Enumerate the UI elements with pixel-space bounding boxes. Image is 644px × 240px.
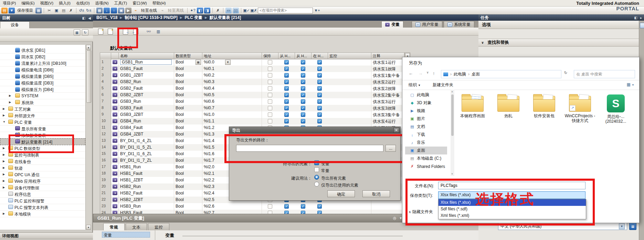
data-type-cell[interactable]: Bool <box>174 170 202 177</box>
accessible-from-hmi-checkbox[interactable]: ✓ <box>284 86 289 91</box>
menu-item[interactable]: 帮助(H) <box>150 0 169 6</box>
constants-checkbox[interactable] <box>314 167 319 172</box>
writable-from-hmi-checkbox[interactable]: ✓ <box>301 67 305 71</box>
data-type-cell[interactable]: Bool <box>174 111 202 118</box>
split-horizontal-icon[interactable]: ▭ <box>225 8 232 13</box>
forward-icon[interactable]: → <box>418 71 423 76</box>
data-type-cell[interactable]: Bool <box>174 85 202 92</box>
tags-checkbox[interactable]: ✓ <box>314 160 319 165</box>
data-type-cell[interactable]: Bool <box>174 190 202 197</box>
table-row[interactable]: 1◂GSB1_RunBool▦%I0.0▼✓✓✓供水泵1运行 <box>100 59 404 66</box>
tag-name-cell[interactable]: GSB2_Run <box>119 79 174 85</box>
writable-from-hmi-checkbox[interactable]: ✓ <box>301 106 305 110</box>
column-header[interactable] <box>100 53 111 59</box>
tree-item[interactable]: ▶设备代理数据 <box>0 184 85 191</box>
tree-item[interactable]: ▶PLC 数据类型 <box>0 145 85 152</box>
expand-arrow-icon[interactable]: ▶ <box>3 179 5 182</box>
tree-item[interactable]: ✶添加新变量表 <box>0 132 85 139</box>
tag-name-cell[interactable]: HSB3_Run <box>119 203 174 210</box>
breadcrumb-this-pc[interactable]: 此电脑 <box>454 71 466 77</box>
writable-from-hmi-checkbox[interactable]: ✓ <box>301 112 305 117</box>
scroll-down-icon[interactable]: ▼ <box>86 225 91 230</box>
tag-name-cell[interactable]: GSB4_JZBT <box>119 131 174 138</box>
tag-name-cell[interactable]: BY_DI1_I1_4_ZL <box>119 138 174 144</box>
address-cell[interactable]: %I0.0▼ <box>202 59 262 66</box>
tab-user-constants[interactable]: =用户常量 <box>412 21 442 28</box>
tree-item[interactable]: 回水泵 [DB2] <box>0 53 85 60</box>
go-offline-icon[interactable]: ⌁ <box>159 8 166 13</box>
comment-cell[interactable] <box>371 203 404 210</box>
monitor-all-icon[interactable]: 👓 <box>145 28 152 34</box>
expand-arrow-icon[interactable]: ▶ <box>3 212 5 215</box>
accessible-devices-icon[interactable]: ◧ <box>197 8 203 13</box>
hide-folders-button[interactable]: ∧ 隐藏文件夹 <box>409 209 433 215</box>
visible-in-hmi-checkbox[interactable]: ✓ <box>317 67 322 71</box>
retain-checkbox[interactable] <box>268 112 272 117</box>
tag-name-cell[interactable]: BY_DI1_I1_7_ZL <box>119 157 174 164</box>
cancel-button[interactable]: 取消 <box>362 190 390 197</box>
data-type-cell[interactable]: Bool <box>174 203 202 210</box>
tree-item[interactable]: ▶监控与强制表 <box>0 151 85 158</box>
tree-item[interactable]: 模拟量温度 [DB3] <box>0 79 85 86</box>
inspector-tab-monitor[interactable]: 监控 <box>148 223 169 230</box>
address-cell[interactable]: %I1.1 <box>202 118 262 124</box>
data-type-cell[interactable]: Bool <box>174 157 202 164</box>
sidebar-scrollbar-thumb[interactable] <box>451 94 454 136</box>
sidebar-item-music[interactable]: ♪音乐 <box>405 139 447 147</box>
visible-in-hmi-checkbox[interactable]: ✓ <box>317 86 322 91</box>
breadcrumb-segment[interactable]: BGYL_V18 <box>96 15 117 20</box>
save-project-icon[interactable]: ▼ <box>9 8 15 13</box>
up-icon[interactable]: ↑ <box>433 71 435 76</box>
copy-icon[interactable]: ▣ <box>53 8 60 13</box>
sidebar-item-desktop[interactable]: ▣桌面 <box>405 147 447 154</box>
address-cell[interactable]: %I2.6 <box>202 203 262 210</box>
refresh-icon[interactable]: ↻ <box>564 71 567 75</box>
data-type-cell[interactable]: Bool <box>174 138 202 144</box>
data-type-cell[interactable]: Bool <box>174 79 202 85</box>
data-type-cell[interactable]: Bool <box>174 98 202 105</box>
file-item[interactable]: 软件安装包 <box>528 94 561 118</box>
tab-devices[interactable]: 设备 <box>0 21 30 28</box>
accessible-from-hmi-checkbox[interactable]: ✓ <box>284 60 289 64</box>
expand-arrow-icon[interactable]: ▶ <box>3 107 5 110</box>
tree-item[interactable]: ▶SYSTEM <box>0 92 85 99</box>
column-header[interactable]: 从 H... <box>278 53 295 59</box>
insert-row-icon[interactable]: ✶ <box>107 28 114 34</box>
tag-name-cell[interactable]: HSB1_Fault <box>119 170 174 177</box>
search-input[interactable]: 在 桌面 中搜索 <box>574 70 635 78</box>
data-type-cell[interactable]: Bool <box>174 118 202 124</box>
export-used-radio[interactable] <box>314 182 319 187</box>
data-type-cell[interactable]: Bool <box>174 131 202 138</box>
table-row[interactable]: 23◂HSB3_RunBool%I2.6✓✓✓ <box>100 203 404 210</box>
export-all-radio[interactable] <box>314 175 319 180</box>
visible-in-hmi-checkbox[interactable]: ✓ <box>317 119 322 123</box>
properties-search-icon[interactable]: ◎ <box>393 216 397 220</box>
tree-item[interactable]: PLC 报警文本列表 <box>0 204 85 211</box>
column-header[interactable]: 名称 <box>119 53 174 59</box>
column-header[interactable]: 保持 <box>262 53 278 59</box>
go-online-icon[interactable]: ⌁ <box>133 8 139 13</box>
retain-checkbox[interactable] <box>268 106 272 110</box>
table-row[interactable]: 10◂GSB4_RunBool%I1.1✓✓✓供水泵4运行 <box>100 118 404 124</box>
delete-icon[interactable]: ✗ <box>68 8 74 13</box>
sidebar-item-pc[interactable]: ▢此电脑 <box>405 91 447 99</box>
go-online-label[interactable]: 转至在线 <box>141 8 157 13</box>
address-cell[interactable]: %I0.2 <box>202 72 262 79</box>
comment-cell[interactable]: 供水泵2集中备 <box>371 92 404 98</box>
export-icon[interactable]: → <box>122 28 129 34</box>
sidebar-item-docs[interactable]: ▤文档 <box>405 123 447 131</box>
writable-from-hmi-checkbox[interactable]: ✓ <box>301 119 305 123</box>
go-offline-label[interactable]: 转至离线 <box>168 8 184 13</box>
find-replace-section-header[interactable]: ∨ 查找和替换 <box>478 39 639 47</box>
type-picker-icon[interactable]: ▦ <box>196 60 201 65</box>
tag-name-cell[interactable]: GSB1_JZBT <box>119 72 174 79</box>
table-row[interactable]: 8◂GSB3_FaultBool%I0.7✓✓✓供水泵3故障 <box>100 105 404 111</box>
tree-scrollbar[interactable]: ▲ ▼ <box>85 45 91 230</box>
menu-item[interactable]: 插入(I) <box>56 0 73 6</box>
tag-name-cell[interactable]: HSB1_JZBT <box>119 177 174 183</box>
accessible-from-hmi-checkbox[interactable]: ✓ <box>284 204 289 209</box>
writable-from-hmi-checkbox[interactable]: ✓ <box>301 86 305 91</box>
address-cell[interactable]: %I0.1 <box>202 66 262 72</box>
tag-name-cell[interactable]: GSB4_Fault <box>119 124 174 131</box>
editing-language-select[interactable]: 中文 (中华人民共和国) ▼ <box>498 223 627 230</box>
